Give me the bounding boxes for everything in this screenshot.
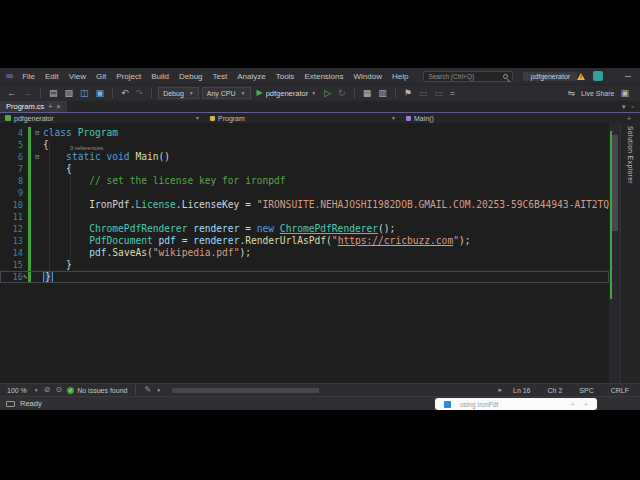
code-line[interactable]: 4⊟class Program [0, 127, 609, 139]
whitespace-toggle-icon[interactable]: ⊘ [44, 386, 51, 394]
outline-collapse-icon[interactable]: ⊟ [31, 151, 43, 163]
solution-explorer-tab[interactable]: Solution Explorer [627, 126, 634, 184]
nav-forward-icon[interactable]: → [21, 89, 34, 98]
menu-debug[interactable]: Debug [174, 72, 208, 81]
code-text[interactable] [43, 211, 609, 223]
line-number[interactable]: 10 [0, 199, 26, 211]
open-file-icon[interactable]: ▨ [63, 89, 76, 98]
line-number[interactable]: 5 [0, 139, 26, 151]
overlay-action-icon[interactable]: + [571, 401, 575, 408]
code-line[interactable]: 10 IronPdf.License.LicenseKey = "IRONSUI… [0, 199, 609, 211]
undo-icon[interactable]: ↶ [119, 89, 131, 98]
code-text[interactable]: static void Main() [43, 151, 609, 163]
menu-extensions[interactable]: Extensions [299, 72, 348, 81]
line-indicator[interactable]: Ln 16 [507, 387, 537, 394]
scrollbar-thumb[interactable] [172, 388, 319, 393]
next-bookmark-icon[interactable]: ▭ [432, 89, 445, 98]
video-overlay-card[interactable]: using IronPdf + + [435, 398, 597, 410]
notification-warning-icon[interactable] [577, 73, 585, 80]
code-text[interactable]: ChromePdfRenderer renderer = new ChromeP… [43, 223, 609, 235]
account-avatar[interactable] [593, 71, 603, 81]
code-line[interactable]: 7 { [0, 163, 609, 175]
line-ending-indicator[interactable]: CRLF [605, 387, 635, 394]
line-number[interactable]: 11 [0, 211, 26, 223]
save-all-icon[interactable]: ▣ [94, 89, 107, 98]
code-line[interactable]: 8 // set the license key for ironpdf [0, 175, 609, 187]
code-line[interactable]: 9 [0, 187, 609, 199]
find-in-files-icon[interactable]: ▦ [361, 89, 374, 98]
toolbar-overflow-icon[interactable]: = [448, 89, 457, 98]
redo-icon[interactable]: ↷ [134, 89, 146, 98]
menu-file[interactable]: File [17, 72, 40, 81]
scrollbar-thumb[interactable] [612, 135, 618, 231]
project-dropdown[interactable]: pdfgenerator ▼ [0, 113, 205, 123]
new-project-icon[interactable]: ▤ [47, 89, 60, 98]
zoom-level[interactable]: 100 % [5, 387, 29, 394]
code-line[interactable]: 12 ChromePdfRenderer renderer = new Chro… [0, 223, 609, 235]
close-tab-icon[interactable]: × [56, 103, 60, 110]
live-share-icon[interactable]: ⇋ [565, 89, 577, 98]
feedback-icon[interactable]: ▣ [618, 89, 631, 98]
member-dropdown[interactable]: Main() + [401, 113, 640, 123]
column-indicator[interactable]: Ch 2 [542, 387, 569, 394]
code-text[interactable]: { [43, 163, 609, 175]
document-dropdown-icon[interactable]: ▾ [622, 103, 626, 111]
code-line[interactable]: 15 } [0, 259, 609, 271]
split-editor-icon[interactable]: + [623, 115, 635, 122]
menu-help[interactable]: Help [387, 72, 413, 81]
nav-backward-icon[interactable]: ← [5, 89, 18, 98]
word-wrap-icon[interactable]: ⊙ [56, 386, 63, 394]
live-share-label[interactable]: Live Share [581, 90, 614, 97]
background-tasks-icon[interactable] [6, 401, 15, 407]
start-without-debugging-icon[interactable]: ▷ [322, 89, 333, 98]
code-text[interactable]: pdf.SaveAs("wikipedia.pdf"); [43, 247, 609, 259]
code-line[interactable]: 13 PdfDocument pdf = renderer.RenderUrlA… [0, 235, 609, 247]
document-health[interactable]: ✓ No issues found [67, 387, 127, 394]
solution-configuration-dropdown[interactable]: Debug▼ [158, 87, 199, 99]
search-box[interactable]: Search (Ctrl+Q) [423, 71, 513, 82]
code-text[interactable] [43, 187, 609, 199]
start-debugging-button[interactable]: ▶pdfgenerator▼ [254, 89, 320, 98]
menu-view[interactable]: View [64, 72, 91, 81]
code-line[interactable]: 11 [0, 211, 609, 223]
code-text[interactable]: } [43, 271, 609, 283]
menu-edit[interactable]: Edit [40, 72, 64, 81]
save-icon[interactable]: ◫ [78, 89, 91, 98]
line-number[interactable]: 15 [0, 259, 26, 271]
line-number[interactable]: 9 [0, 187, 26, 199]
code-text[interactable]: IronPdf.License.LicenseKey = "IRONSUITE.… [43, 199, 609, 211]
scroll-right-icon[interactable]: ▸ [498, 386, 502, 394]
bookmark-icon[interactable]: ⚑ [402, 89, 414, 98]
code-text[interactable]: } [43, 259, 609, 271]
code-text[interactable]: class Program [43, 127, 609, 139]
previous-bookmark-icon[interactable]: ▭ [417, 89, 430, 98]
line-number[interactable]: 13 [0, 235, 26, 247]
vertical-scrollbar[interactable] [609, 123, 620, 383]
line-number[interactable]: 8 [0, 175, 26, 187]
line-number[interactable]: 14 [0, 247, 26, 259]
menu-test[interactable]: Test [208, 72, 233, 81]
chevron-down-icon[interactable]: ▼ [34, 387, 39, 393]
spaces-indicator[interactable]: SPC [573, 387, 599, 394]
type-dropdown[interactable]: Program ▼ [205, 113, 401, 123]
solution-platform-dropdown[interactable]: Any CPU▼ [202, 87, 251, 99]
minimize-button[interactable]: ─ [617, 72, 639, 81]
code-editor[interactable]: 4⊟class Program5{6⊟ static void Main()0 … [0, 123, 620, 383]
menu-analyze[interactable]: Analyze [232, 72, 270, 81]
line-number[interactable]: 7 [0, 163, 26, 175]
line-number[interactable]: 6 [0, 151, 26, 163]
pin-icon[interactable]: + [48, 103, 52, 110]
code-text[interactable]: PdfDocument pdf = renderer.RenderUrlAsPd… [43, 235, 609, 247]
menu-git[interactable]: Git [91, 72, 111, 81]
code-text[interactable]: { [43, 139, 609, 151]
solution-explorer-icon[interactable]: ▥ [376, 89, 389, 98]
chevron-down-icon[interactable]: ▼ [156, 387, 161, 393]
hot-reload-icon[interactable]: ↻ [336, 89, 348, 98]
code-line[interactable]: 16}✎ [0, 271, 609, 283]
line-number[interactable]: 12 [0, 223, 26, 235]
codelens-references[interactable]: 0 references [70, 145, 103, 151]
line-number[interactable]: 4 [0, 127, 26, 139]
horizontal-scrollbar[interactable] [170, 386, 489, 395]
menu-window[interactable]: Window [349, 72, 387, 81]
code-line[interactable]: 14 pdf.SaveAs("wikipedia.pdf"); [0, 247, 609, 259]
